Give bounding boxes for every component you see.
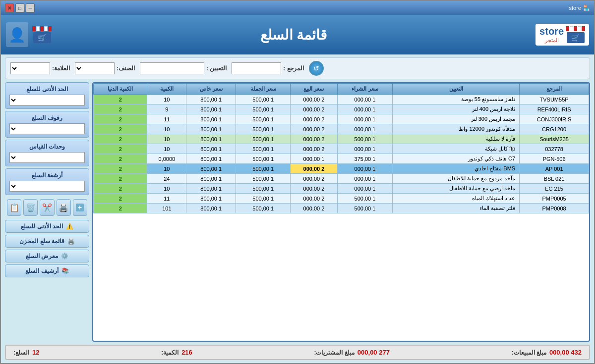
table-row[interactable]: SourisM235فأرة لا سلكية1 500,002 000,001… (94, 134, 589, 144)
special-cell: 1 800,00 (186, 204, 236, 213)
header-logo: 🛒 store المتجر (536, 24, 589, 46)
minqty-cell: 2 (94, 164, 147, 174)
min-limit-section: الحد الأدنى للسلع (5, 82, 89, 109)
shelves-title: رفوف السلع (9, 114, 85, 121)
qty-cell: 11 (147, 194, 186, 204)
archive-select[interactable] (9, 181, 85, 192)
marjaa-input[interactable] (232, 62, 281, 74)
table-row[interactable]: TVSUM55Pتلفاز سامسونغ 55 بوصة1 000,002 0… (94, 95, 589, 104)
stock-list-button[interactable]: 🖨️ قائمة سلع المخزن (5, 235, 89, 248)
min-limit-select[interactable] (9, 95, 85, 105)
table-row[interactable]: PMP0008فلتر تصفية الماء1 500,002 000,001… (94, 204, 589, 213)
copy-icon-button[interactable]: 📋 (7, 199, 21, 216)
showroom-button[interactable]: ⚙️ معرض السلع (5, 250, 89, 262)
logo-icon: 🛒 (566, 26, 585, 43)
buy-cell: 1 000,00 (337, 174, 393, 184)
qty-cell: 24 (147, 174, 186, 184)
alamah-label: العلامة: (52, 65, 70, 72)
qty-cell: 10 (147, 164, 186, 174)
units-select[interactable] (9, 152, 85, 163)
alamah-select[interactable] (10, 62, 50, 74)
print-icon-button[interactable]: 🖨️ (57, 199, 71, 216)
marjaa-group: المرجع : (232, 62, 303, 74)
shelves-select[interactable] (9, 123, 85, 134)
ref-cell: PMP0005 (520, 194, 589, 204)
table-row[interactable]: PMP0005عداد استهلاك المياه1 500,002 000,… (94, 194, 589, 204)
logo-text: store (539, 26, 564, 37)
sell-cell: 2 000,00 (291, 114, 337, 124)
main-window: 🏪 store ─ □ ✕ (0, 0, 595, 364)
refresh-button[interactable]: ↺ (309, 61, 324, 76)
name-cell: مدفأة كوندور 12000 واط (393, 124, 520, 134)
special-cell: 1 800,00 (186, 114, 236, 124)
archive-btn[interactable]: 📚 أرشيف السلع (5, 264, 89, 277)
units-section: وحدات القياس (5, 140, 89, 166)
ref-cell: BSL 021 (520, 174, 589, 184)
icon-buttons-row: + 🖨️ ✂️ 🗑️ 📋 (5, 197, 89, 218)
wholesale-cell: 1 500,00 (236, 204, 291, 213)
statusbar: 432 000,00 مبلغ المبيعات: 277 000,00 مبل… (5, 345, 590, 360)
buy-cell: 1 000,00 (337, 114, 393, 124)
sales-label: مبلغ المبيعات: (512, 349, 546, 356)
special-cell: 1 800,00 (186, 104, 236, 114)
titlebar-logo: 🏪 (583, 5, 590, 11)
ref-cell: AP 001 (520, 164, 589, 174)
table-row[interactable]: CRG1200مدفأة كوندور 12000 واط1 000,002 0… (94, 124, 589, 134)
name-cell: مآخذ مزدوج مع حماية للاطفال (393, 174, 520, 184)
minimize-button[interactable]: ─ (26, 3, 35, 12)
col-header-ref: المرجع (520, 84, 589, 95)
qty-label: الكمية: (161, 349, 178, 356)
tayeen-group: التعيين : (140, 62, 227, 74)
minqty-cell: 2 (94, 174, 147, 184)
minqty-cell: 2 (94, 204, 147, 213)
ref-cell: TVSUM55P (520, 95, 589, 104)
sell-cell: 2 000,00 (291, 104, 337, 114)
logo-sub: المتجر (539, 37, 564, 44)
user-icon: 👤 (6, 22, 28, 47)
table-row[interactable]: CONJ300IRISمجمد اريس 300 لتر1 000,002 00… (94, 114, 589, 124)
qty-cell: 0,0000 (147, 154, 186, 164)
tayeen-input[interactable] (140, 62, 204, 74)
minqty-cell: 2 (94, 95, 147, 104)
name-cell: فأرة لا سلكية (393, 134, 520, 144)
name-cell: ماخذ ارضي مع حماية للاطفال (393, 184, 520, 194)
qty-cell: 10 (147, 95, 186, 104)
min-limit-button[interactable]: ⚠️ الحد الأدنى للسلع (5, 220, 89, 233)
table-row[interactable]: PGN-506C7 هاتف ذكي كوندور1 375,001 000,0… (94, 154, 589, 164)
delete-icon-button[interactable]: 🗑️ (23, 199, 38, 216)
purchases-label: مبلغ المشتريات: (314, 349, 354, 356)
buy-cell: 1 000,00 (337, 144, 393, 154)
wholesale-cell: 1 500,00 (236, 144, 291, 154)
sell-cell: 2 000,00 (291, 204, 337, 213)
table-row[interactable]: BSL 021مآخذ مزدوج مع حماية للاطفال1 000,… (94, 174, 589, 184)
showroom-btn-label: معرض السلع (26, 253, 58, 260)
add-icon-button[interactable]: + (73, 199, 87, 216)
table-row[interactable]: AP 001BMS مفتاح احادي1 000,002 000,001 5… (94, 164, 589, 174)
col-header-minqty: الكمية الدنيا (94, 84, 147, 95)
salaa-value: 12 (32, 349, 39, 356)
table-row[interactable]: 032778ftp كابل شبكة1 000,002 000,001 500… (94, 144, 589, 154)
ref-cell: PMP0008 (520, 204, 589, 213)
buy-cell: 1 375,00 (337, 154, 393, 164)
wholesale-cell: 1 500,00 (236, 174, 291, 184)
ref-cell: 032778 (520, 144, 589, 154)
titlebar-title: store (569, 5, 581, 11)
table-header-row: المرجع التعيين سعر الشراء سعر البيع سعر … (94, 84, 589, 95)
wholesale-cell: 1 500,00 (236, 184, 291, 194)
qty-group: 216 الكمية: (161, 349, 192, 356)
maximize-button[interactable]: □ (15, 3, 24, 12)
close-button[interactable]: ✕ (5, 3, 14, 12)
wholesale-cell: 1 500,00 (236, 95, 291, 104)
table-row[interactable]: EC 215ماخذ ارضي مع حماية للاطفال1 000,00… (94, 184, 589, 194)
col-header-sell: سعر البيع (291, 84, 337, 95)
special-cell: 1 800,00 (186, 174, 236, 184)
name-cell: C7 هاتف ذكي كوندور (393, 154, 520, 164)
edit-icon-button[interactable]: ✂️ (40, 199, 54, 216)
buy-cell: 1 000,00 (337, 124, 393, 134)
minqty-cell: 2 (94, 124, 147, 134)
qty-cell: 9 (147, 104, 186, 114)
list-icon: 🖨️ (67, 238, 75, 245)
book-icon: 📚 (61, 267, 69, 274)
sanf-select[interactable] (75, 62, 115, 74)
table-row[interactable]: REF400LIRISثلاجة اريس 400 لتر1 000,002 0… (94, 104, 589, 114)
